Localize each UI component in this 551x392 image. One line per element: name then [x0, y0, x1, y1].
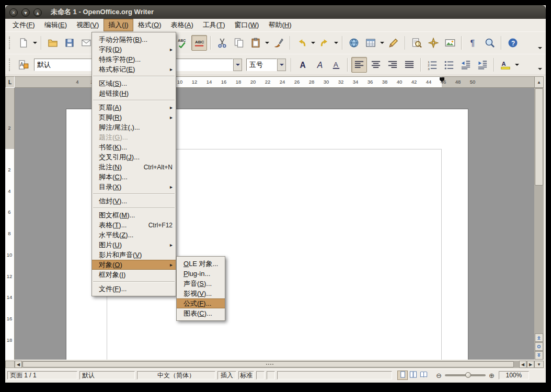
- scroll-down-button[interactable]: ▼: [534, 361, 544, 368]
- tab-type-selector[interactable]: L: [5, 76, 15, 88]
- nonprinting-characters-button[interactable]: ¶: [465, 35, 481, 51]
- status-page-style[interactable]: 默认: [79, 371, 135, 379]
- auto-spellcheck-button[interactable]: ABC: [191, 35, 207, 51]
- menu-item-movie-and-sound[interactable]: 影片和声音(V): [92, 250, 176, 260]
- align-justify-button[interactable]: [401, 57, 417, 73]
- status-digital-signature[interactable]: [277, 371, 392, 379]
- minimize-button[interactable]: ▾: [21, 8, 30, 17]
- horizontal-scrollbar[interactable]: ◀ ◀ ▶: [15, 361, 534, 368]
- menu-item-caption[interactable]: 题注(G)...: [92, 132, 176, 142]
- zoom-percentage[interactable]: 100%: [499, 371, 529, 379]
- scroll-left-button[interactable]: ◀: [15, 361, 22, 368]
- paste-button[interactable]: [248, 35, 263, 51]
- zoom-slider-knob[interactable]: [465, 372, 471, 378]
- menu-item-header[interactable]: 页眉(A)▸: [92, 102, 176, 112]
- font-size-value[interactable]: 五号: [246, 59, 277, 71]
- decrease-indent-button[interactable]: [458, 57, 474, 73]
- draw-functions-button[interactable]: [386, 35, 401, 51]
- font-size-dropdown-icon[interactable]: [277, 59, 286, 71]
- align-left-button[interactable]: [351, 57, 367, 73]
- menu-item-insert-table[interactable]: 表格(T)...Ctrl+F12: [92, 220, 176, 230]
- paste-dropdown-icon[interactable]: [264, 35, 270, 51]
- zoom-out-button[interactable]: ⊖: [435, 372, 443, 379]
- menubar-item-insert[interactable]: 插入(I): [104, 19, 133, 31]
- close-button[interactable]: ×: [9, 8, 18, 17]
- menu-item-manual-break[interactable]: 手动分隔符(B)...: [92, 34, 176, 44]
- undo-dropdown-icon[interactable]: [310, 35, 316, 51]
- format-paintbrush-button[interactable]: [271, 35, 286, 51]
- status-selection-mode[interactable]: 标准: [238, 371, 254, 379]
- redo-dropdown-icon[interactable]: [333, 35, 339, 51]
- insert-table-dropdown-icon[interactable]: [379, 35, 385, 51]
- menu-item-comment[interactable]: 批注(N)Ctrl+Alt+N: [92, 162, 176, 172]
- highlight-color-button[interactable]: A: [498, 57, 513, 73]
- new-document-button[interactable]: [16, 35, 31, 51]
- menu-item-envelope[interactable]: 信封(V)...: [92, 196, 176, 206]
- menubar-item-table[interactable]: 表格(A): [166, 19, 198, 31]
- styles-window-button[interactable]: A: [16, 57, 31, 73]
- vertical-scrollbar[interactable]: [534, 88, 544, 360]
- navigator-button[interactable]: [426, 35, 441, 51]
- menubar-item-file[interactable]: 文件(F): [8, 19, 40, 31]
- view-book-button[interactable]: [418, 371, 429, 380]
- navigation-button[interactable]: [535, 342, 543, 351]
- scroll-up-button[interactable]: ▲: [534, 76, 544, 88]
- menu-item-footer[interactable]: 页脚(R)▸: [92, 112, 176, 122]
- menu-item-section[interactable]: 区域(S)...: [92, 78, 176, 88]
- view-single-page-button[interactable]: [397, 371, 408, 380]
- align-right-button[interactable]: [385, 57, 400, 73]
- menu-item-ole-object[interactable]: OLE 对象...: [177, 259, 225, 269]
- open-button[interactable]: [45, 35, 61, 51]
- next-page-button[interactable]: [535, 351, 543, 360]
- status-hyperlink-mode[interactable]: [256, 371, 265, 379]
- spellcheck-button[interactable]: ABC: [175, 35, 190, 51]
- menubar-item-edit[interactable]: 编辑(E): [40, 19, 72, 31]
- menu-item-hyperlink[interactable]: 超链接(H): [92, 88, 176, 98]
- italic-button[interactable]: A: [312, 57, 327, 73]
- copy-button[interactable]: [231, 35, 247, 51]
- help-button[interactable]: ?: [505, 35, 521, 51]
- bold-button[interactable]: A: [295, 57, 311, 73]
- menubar-item-help[interactable]: 帮助(H): [263, 19, 296, 31]
- undo-button[interactable]: [294, 35, 309, 51]
- horizontal-scrollbar-thumb[interactable]: [22, 361, 514, 367]
- status-document-modified[interactable]: [267, 371, 275, 379]
- menu-item-text-frame[interactable]: 图文框(M)...: [92, 210, 176, 220]
- menu-item-frame-object[interactable]: 框对象(I): [92, 270, 176, 280]
- highlight-color-dropdown-icon[interactable]: [514, 57, 520, 73]
- menubar-item-window[interactable]: 窗口(W): [229, 19, 263, 31]
- scroll-left-button-2[interactable]: ◀: [519, 361, 526, 368]
- gallery-button[interactable]: [442, 35, 458, 51]
- zoom-in-button[interactable]: ⊕: [488, 372, 496, 379]
- increase-indent-button[interactable]: [475, 57, 490, 73]
- menu-item-special-character[interactable]: 特殊字符(P)...: [92, 54, 176, 64]
- menu-item-indexes-tables[interactable]: 目录(X)▸: [92, 182, 176, 192]
- toolbar-overflow-icon[interactable]: [538, 68, 542, 72]
- menu-item-horizontal-rule[interactable]: 水平线(Z)...: [92, 230, 176, 240]
- menu-item-formatting-mark[interactable]: 格式标记(E)▸: [92, 64, 176, 74]
- save-button[interactable]: [62, 35, 77, 51]
- menu-item-plug-in[interactable]: Plug-in...: [177, 269, 225, 279]
- vertical-scrollbar-thumb[interactable]: [535, 88, 543, 186]
- find-replace-button[interactable]: [409, 35, 424, 51]
- menu-item-picture[interactable]: 图片(U)▸: [92, 240, 176, 250]
- menu-item-script[interactable]: 脚本(C)...: [92, 172, 176, 182]
- menubar-item-view[interactable]: 视图(V): [72, 19, 104, 31]
- view-columns-button[interactable]: [408, 371, 418, 380]
- insert-table-button[interactable]: [363, 35, 378, 51]
- align-center-button[interactable]: [368, 57, 384, 73]
- menu-item-formula[interactable]: 公式(F)...: [177, 298, 225, 308]
- zoom-slider[interactable]: [445, 374, 486, 376]
- menu-item-fields[interactable]: 字段(D)▸: [92, 44, 176, 54]
- menu-item-chart[interactable]: 图表(C)...: [177, 308, 225, 318]
- maximize-button[interactable]: ▴: [33, 8, 42, 17]
- font-size-combo[interactable]: 五号: [246, 59, 286, 71]
- new-document-dropdown-icon[interactable]: [32, 35, 38, 51]
- scroll-right-button[interactable]: ▶: [527, 361, 534, 368]
- menu-item-video[interactable]: 影视(V)...: [177, 289, 225, 298]
- redo-button[interactable]: [317, 35, 332, 51]
- cut-button[interactable]: [214, 35, 230, 51]
- status-page-count[interactable]: 页面 1 / 1: [7, 371, 77, 379]
- status-text-language[interactable]: 中文（简体）: [137, 371, 215, 379]
- menubar-item-format[interactable]: 格式(O): [133, 19, 166, 31]
